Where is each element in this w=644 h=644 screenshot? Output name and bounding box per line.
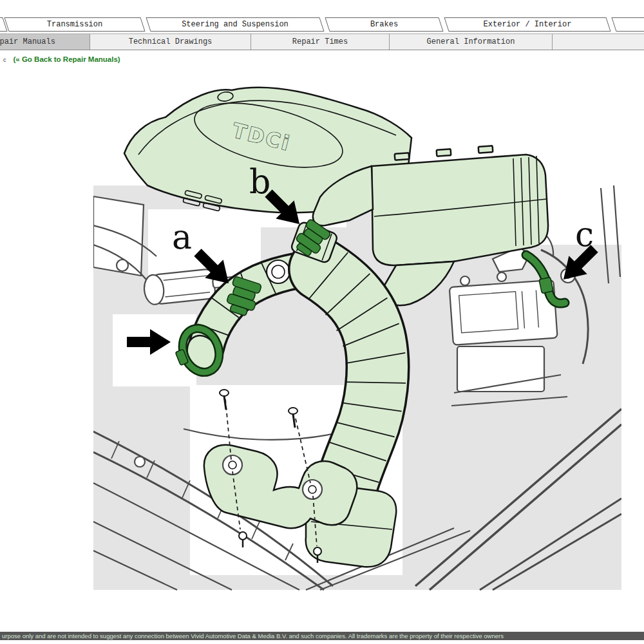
app-window: Transmission Steering and Suspension Bra… bbox=[0, 0, 644, 644]
tab-label: Repair Times bbox=[292, 37, 348, 46]
tab-label: Transmission bbox=[7, 18, 142, 31]
tab-label: Steering and Suspension bbox=[149, 18, 321, 31]
tab-stub-right[interactable] bbox=[611, 17, 644, 32]
filler-cap bbox=[267, 260, 290, 283]
tab-general-information[interactable]: General Information bbox=[390, 34, 553, 50]
breadcrumb: c (« Go Back to Repair Manuals) bbox=[0, 55, 120, 63]
tab-brakes[interactable]: Brakes bbox=[325, 17, 443, 32]
tab-repair-times[interactable]: Repair Times bbox=[251, 34, 390, 50]
bracket-hole bbox=[303, 480, 322, 499]
callout-c: c bbox=[575, 215, 594, 254]
tab-technical-drawings[interactable]: Technical Drawings bbox=[90, 34, 251, 50]
callout-a: a bbox=[172, 218, 192, 256]
primary-tab-bar: Transmission Steering and Suspension Bra… bbox=[0, 17, 644, 33]
status-bar: urpose only and are not intended to sugg… bbox=[0, 632, 644, 640]
callout-b: b bbox=[249, 162, 270, 201]
tab-label: Brakes bbox=[328, 18, 440, 31]
secondary-tab-bar: Repair Manuals Technical Drawings Repair… bbox=[0, 33, 644, 50]
link-prefix: c bbox=[3, 57, 6, 63]
engine-diagram: TDCi bbox=[93, 71, 621, 594]
tab-repair-manuals[interactable]: Repair Manuals bbox=[0, 34, 90, 50]
tab-steering-suspension[interactable]: Steering and Suspension bbox=[146, 17, 324, 32]
tab-bar-filler bbox=[553, 34, 644, 50]
tab-exterior-interior[interactable]: Exterior / Interior bbox=[444, 17, 611, 32]
tab-transmission[interactable]: Transmission bbox=[4, 17, 145, 32]
disclaimer-text: urpose only and are not intended to sugg… bbox=[2, 632, 504, 639]
tab-label: General Information bbox=[427, 37, 515, 46]
diagram-panel: TDCi bbox=[93, 71, 621, 594]
go-back-link[interactable]: (« Go Back to Repair Manuals) bbox=[14, 55, 120, 63]
tab-label: Exterior / Interior bbox=[447, 18, 608, 31]
tab-label: Repair Manuals bbox=[0, 37, 55, 46]
tab-label: Technical Drawings bbox=[129, 37, 213, 46]
